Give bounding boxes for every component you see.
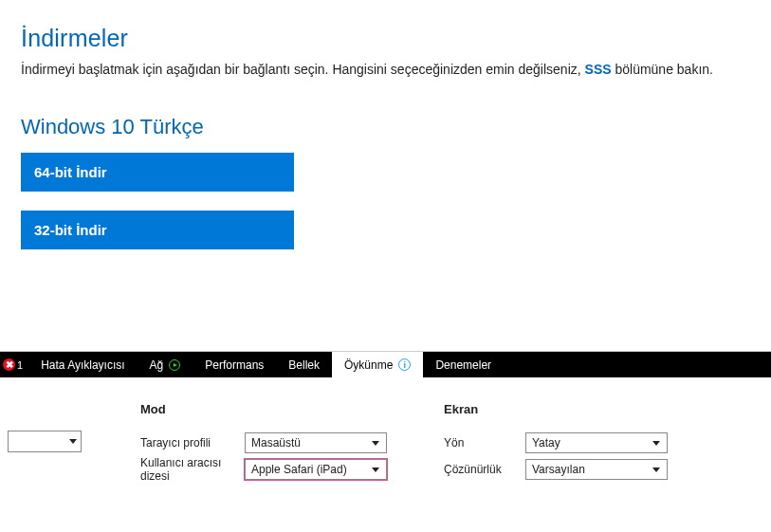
faq-link[interactable]: SSS	[585, 62, 612, 77]
device-select[interactable]	[8, 431, 82, 452]
devtools-panel: ✖ 1 Hata Ayıklayıcısı Ağ Performans Bell…	[0, 351, 771, 507]
ua-string-row: Kullanıcı aracısı dizesi Apple Safari (i…	[140, 456, 387, 483]
chevron-down-icon	[650, 441, 663, 446]
info-icon: i	[398, 358, 411, 371]
desc-text-post: bölümüne bakın.	[612, 62, 713, 77]
screen-column: Ekran Yön Yatay Çözünürlük Varsayılan	[444, 402, 671, 483]
desc-text-pre: İndirmeyi başlatmak için aşağıdan bir ba…	[21, 62, 585, 77]
ua-string-label: Kullanıcı aracısı dizesi	[140, 456, 245, 483]
chevron-down-icon	[369, 468, 382, 472]
tab-network[interactable]: Ağ	[138, 352, 193, 377]
browser-profile-label: Tarayıcı profili	[140, 436, 245, 449]
mode-title: Mod	[140, 402, 387, 416]
chevron-down-icon	[69, 439, 77, 444]
tab-experiments[interactable]: Denemeler	[423, 352, 504, 377]
orientation-row: Yön Yatay	[444, 430, 671, 456]
chevron-down-icon	[650, 468, 663, 472]
chevron-down-icon	[369, 441, 382, 446]
resolution-value: Varsayılan	[532, 463, 585, 476]
error-icon: ✖	[3, 358, 15, 371]
resolution-label: Çözünürlük	[444, 463, 525, 476]
product-heading: Windows 10 Türkçe	[21, 115, 750, 139]
tab-debugger[interactable]: Hata Ayıklayıcısı	[28, 352, 137, 377]
emulation-left-column	[8, 402, 83, 452]
record-icon	[169, 359, 180, 371]
download-32bit-button[interactable]: 32-bit İndir	[21, 211, 294, 249]
page-content: İndirmeler İndirmeyi başlatmak için aşağ…	[0, 0, 771, 351]
error-count: 1	[17, 359, 23, 371]
resolution-row: Çözünürlük Varsayılan	[444, 456, 671, 483]
tab-memory[interactable]: Bellek	[276, 352, 332, 377]
orientation-select[interactable]: Yatay	[525, 432, 668, 453]
resolution-select[interactable]: Varsayılan	[525, 459, 668, 480]
devtools-tabstrip: ✖ 1 Hata Ayıklayıcısı Ağ Performans Bell…	[0, 352, 771, 377]
error-indicator[interactable]: ✖ 1	[0, 352, 28, 377]
tab-network-label: Ağ	[150, 358, 164, 372]
mode-column: Mod Tarayıcı profili Masaüstü Kullanıcı …	[140, 402, 387, 483]
browser-profile-value: Masaüstü	[251, 436, 301, 449]
tab-emulation[interactable]: Öykünme i	[332, 352, 423, 377]
orientation-label: Yön	[444, 436, 525, 449]
downloads-description: İndirmeyi başlatmak için aşağıdan bir ba…	[21, 60, 750, 81]
orientation-value: Yatay	[532, 436, 560, 449]
emulation-panel: Mod Tarayıcı profili Masaüstü Kullanıcı …	[0, 377, 771, 507]
ua-string-value: Apple Safari (iPad)	[251, 463, 347, 476]
downloads-heading: İndirmeler	[21, 25, 750, 52]
tab-performance[interactable]: Performans	[193, 352, 276, 377]
browser-profile-row: Tarayıcı profili Masaüstü	[140, 430, 387, 456]
download-64bit-button[interactable]: 64-bit İndir	[21, 153, 294, 192]
screen-title: Ekran	[444, 402, 671, 416]
browser-profile-select[interactable]: Masaüstü	[245, 432, 387, 453]
tab-emulation-label: Öykünme	[344, 358, 393, 372]
ua-string-select[interactable]: Apple Safari (iPad)	[245, 459, 387, 480]
